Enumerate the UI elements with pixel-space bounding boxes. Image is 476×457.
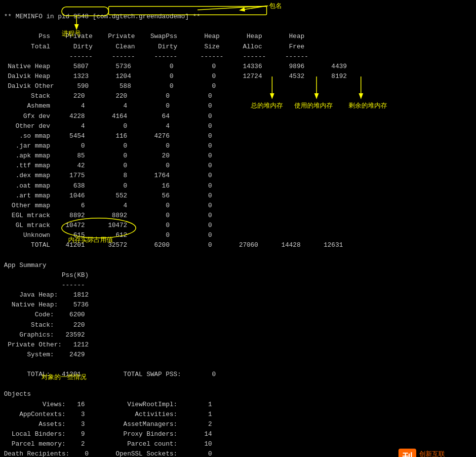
logo-line1: 创新互联 <box>419 450 471 457</box>
logo-text: 创新互联 CHUANG XIN HU LIAN <box>419 450 471 457</box>
logo-icon: 刊 <box>398 449 416 457</box>
logo: 刊 创新互联 CHUANG XIN HU LIAN <box>398 449 471 457</box>
meminfo-output: ** MEMINFO in pid 9548 [com.dgtech.green… <box>0 0 476 457</box>
header-line: ** MEMINFO in pid 9548 [com.dgtech.green… <box>4 13 200 20</box>
